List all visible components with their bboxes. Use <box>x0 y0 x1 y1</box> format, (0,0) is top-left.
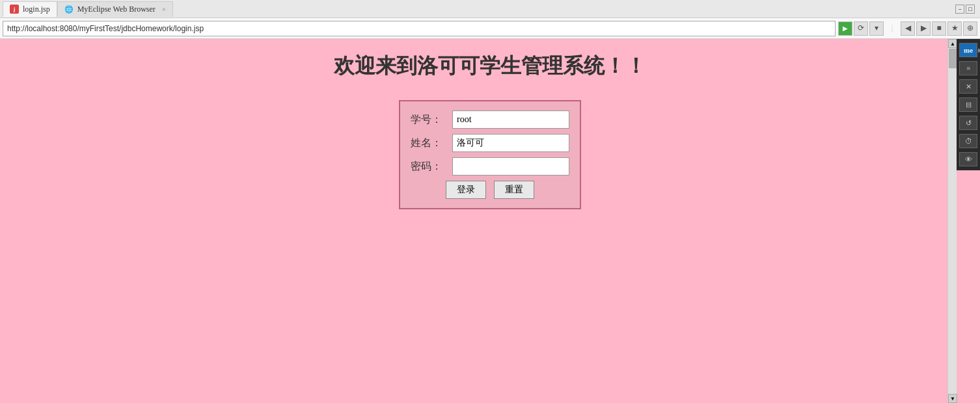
right-panel: me ≡ ✕ ⊟ ↺ ⏱ 👁 <box>957 39 980 170</box>
eye-panel-icon: 👁 <box>965 155 972 163</box>
menu-panel-btn[interactable]: ≡ <box>959 61 977 75</box>
scroll-thumb[interactable] <box>949 49 957 68</box>
menu-panel-icon: ≡ <box>966 64 970 72</box>
bookmark-icon: ★ <box>951 23 959 33</box>
cast-panel-icon: ⊟ <box>966 101 972 109</box>
bookmark-btn[interactable]: ★ <box>947 21 962 36</box>
password-row: 密码： <box>407 155 573 178</box>
scroll-down-btn[interactable]: ▼ <box>948 394 957 403</box>
login-form-wrapper: 学号： 姓名： 密码： <box>399 100 581 209</box>
menu-dropdown-icon: ▾ <box>875 23 878 33</box>
tool-panel-btn[interactable]: ✕ <box>959 79 977 94</box>
page-content: 欢迎来到洛可可学生管理系统！！ 学号： 姓名： <box>0 39 980 403</box>
toolbar-buttons: ▶ ⟳ ▾ | ◀ ▶ ■ ★ ⊕ <box>838 21 977 36</box>
login-form-table: 学号： 姓名： 密码： <box>407 108 573 202</box>
me-label: me <box>964 46 973 54</box>
run-icon: ▶ <box>843 25 848 32</box>
minimize-btn[interactable]: − <box>955 5 964 14</box>
refresh-panel-icon: ↺ <box>966 119 972 127</box>
tab-label-1: login.jsp <box>23 5 50 14</box>
stop-btn[interactable]: ■ <box>932 21 946 36</box>
tab-icon-2: 🌐 <box>64 5 74 14</box>
me-button[interactable]: me <box>959 43 977 57</box>
student-id-label: 学号： <box>411 114 444 125</box>
password-input[interactable] <box>452 157 569 176</box>
timer-panel-icon: ⏱ <box>965 137 972 145</box>
tab-close-btn[interactable]: × <box>162 5 166 13</box>
student-id-row: 学号： <box>407 108 573 131</box>
refresh-icon: ⟳ <box>858 23 864 33</box>
button-row: 登录 重置 <box>407 178 573 202</box>
tab-bar: j login.jsp 🌐 MyEclipse Web Browser × − … <box>0 0 980 18</box>
eye-panel-btn[interactable]: 👁 <box>959 152 977 166</box>
page-title: 欢迎来到洛可可学生管理系统！！ <box>334 52 646 81</box>
tab-myeclipse[interactable]: 🌐 MyEclipse Web Browser × <box>57 1 173 17</box>
address-bar: ▶ ⟳ ▾ | ◀ ▶ ■ ★ ⊕ <box>0 18 980 39</box>
tab-login-jsp[interactable]: j login.jsp <box>3 1 57 17</box>
stop-icon: ■ <box>936 23 941 33</box>
tab-label-2: MyEclipse Web Browser <box>77 5 156 14</box>
ext-icon: ⊕ <box>967 23 973 33</box>
forward-btn[interactable]: ▶ <box>916 21 931 36</box>
ext-btn[interactable]: ⊕ <box>963 21 977 36</box>
cast-panel-btn[interactable]: ⊟ <box>959 98 977 112</box>
scrollbar: ▲ ▼ <box>947 39 957 403</box>
back-btn[interactable]: ◀ <box>901 21 915 36</box>
separator: | <box>885 21 899 36</box>
name-input[interactable] <box>452 134 569 152</box>
name-row: 姓名： <box>407 131 573 155</box>
menu-dropdown-btn[interactable]: ▾ <box>869 21 884 36</box>
address-input[interactable] <box>3 21 836 36</box>
forward-icon: ▶ <box>921 23 927 33</box>
run-btn[interactable]: ▶ <box>838 21 852 36</box>
name-label: 姓名： <box>411 137 444 148</box>
refresh-panel-btn[interactable]: ↺ <box>959 116 977 130</box>
login-button[interactable]: 登录 <box>446 181 486 199</box>
scroll-up-btn[interactable]: ▲ <box>948 39 957 48</box>
back-icon: ◀ <box>905 23 911 33</box>
window-controls: − □ <box>955 5 977 14</box>
tab-favicon-1: j <box>10 5 19 14</box>
tool-panel-icon: ✕ <box>966 83 972 91</box>
browser-window: j login.jsp 🌐 MyEclipse Web Browser × − … <box>0 0 980 403</box>
timer-panel-btn[interactable]: ⏱ <box>959 134 977 148</box>
student-id-input[interactable] <box>452 110 569 129</box>
password-label: 密码： <box>411 161 444 172</box>
reset-button[interactable]: 重置 <box>494 181 534 199</box>
maximize-btn[interactable]: □ <box>966 5 975 14</box>
refresh-btn[interactable]: ⟳ <box>854 21 868 36</box>
